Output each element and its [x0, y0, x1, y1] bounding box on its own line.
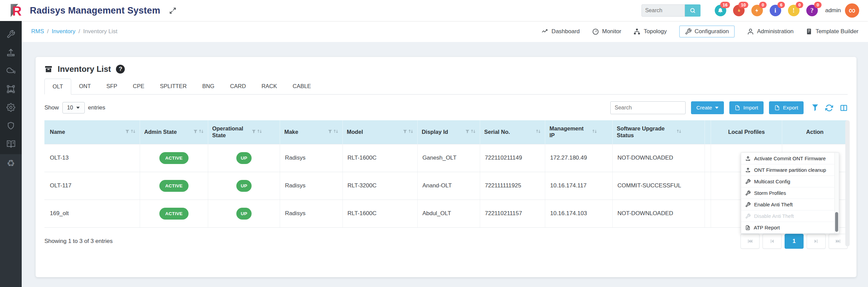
sidebar-item-security[interactable]: [0, 117, 22, 135]
user-avatar[interactable]: ∞: [845, 3, 859, 18]
breadcrumb-rms[interactable]: RMS: [31, 28, 44, 35]
app-header: R Radisys Management System 16: [0, 0, 868, 21]
sort-icon[interactable]: [131, 129, 136, 135]
col-header-action[interactable]: Action: [782, 120, 848, 144]
top-nav: Dashboard Monitor Topology C: [541, 25, 859, 38]
table-search-input[interactable]: [610, 101, 686, 114]
tab-olt[interactable]: OLT: [44, 79, 71, 95]
notification-bell[interactable]: 16: [715, 5, 726, 16]
tab-ont[interactable]: ONT: [71, 79, 99, 94]
filter-icon[interactable]: [252, 129, 256, 135]
menu-item-disable-anti-theft: Disable Anti Theft: [741, 210, 839, 222]
radisys-logo[interactable]: R: [9, 3, 24, 18]
tab-cable[interactable]: CABLE: [285, 79, 319, 94]
header-search-button[interactable]: [685, 4, 701, 17]
notification-question[interactable]: ? 0: [806, 5, 818, 16]
nav-dashboard[interactable]: Dashboard: [541, 28, 580, 35]
filter-icon[interactable]: [125, 129, 130, 135]
action-dropdown-menu: Activate Commit ONT Firmware ONT Firmwar…: [741, 152, 839, 234]
table-vertical-scrollbar[interactable]: [845, 120, 850, 246]
header-search-input[interactable]: [642, 4, 685, 17]
dropdown-scrollbar-track[interactable]: [834, 153, 839, 233]
filter-icon[interactable]: [328, 129, 332, 135]
export-button[interactable]: Export: [769, 101, 804, 114]
tab-sfp[interactable]: SFP: [99, 79, 125, 94]
dropdown-scrollbar-thumb[interactable]: [835, 212, 838, 232]
col-header-display-id[interactable]: Display Id: [417, 120, 480, 144]
col-header-serial-no[interactable]: Serial No.: [480, 120, 545, 144]
columns-icon[interactable]: [840, 104, 848, 112]
tab-cpe[interactable]: CPE: [125, 79, 152, 94]
inventory-table: Name Admin State: [44, 120, 848, 228]
help-icon[interactable]: ?: [116, 65, 125, 74]
sort-icon[interactable]: [536, 129, 541, 135]
col-header-model[interactable]: Model: [342, 120, 417, 144]
sidebar-item-cloud[interactable]: [0, 62, 22, 80]
previous-page-button[interactable]: [763, 234, 782, 249]
menu-item-storm-profiles[interactable]: Storm Profiles: [741, 187, 839, 199]
nav-template-builder[interactable]: Template Builder: [806, 28, 859, 35]
tab-rack[interactable]: RACK: [254, 79, 285, 94]
page-size-select[interactable]: 10: [62, 102, 85, 114]
nav-monitor[interactable]: Monitor: [592, 28, 622, 35]
sort-icon[interactable]: [408, 129, 413, 135]
page-number-button[interactable]: 1: [785, 234, 804, 249]
menu-item-ont-firmware-partition-cleanup[interactable]: ONT Firmware partition cleanup: [741, 164, 839, 176]
breadcrumb-inventory[interactable]: Inventory: [52, 28, 76, 35]
sidebar-item-upload[interactable]: [0, 43, 22, 62]
tab-card[interactable]: CARD: [222, 79, 254, 94]
sidebar-item-recycle[interactable]: ♻: [0, 154, 22, 172]
sort-icon[interactable]: [592, 129, 597, 135]
cell-display-id: Abdul_OLT: [417, 200, 480, 227]
menu-item-multicast-config[interactable]: Multicast Config: [741, 176, 839, 187]
sort-icon[interactable]: [333, 129, 338, 135]
cell-spacer: [705, 200, 711, 227]
create-button[interactable]: Create: [691, 101, 724, 114]
notification-warning[interactable]: ! 0: [788, 5, 800, 16]
col-header-name[interactable]: Name: [44, 120, 140, 144]
col-header-local-profiles[interactable]: Local Profiles: [711, 120, 782, 144]
nav-configuration[interactable]: Configuration: [679, 25, 735, 38]
import-button[interactable]: Import: [729, 101, 764, 114]
menu-item-enable-anti-theft[interactable]: Enable Anti Theft: [741, 199, 839, 210]
sort-icon[interactable]: [471, 129, 476, 135]
filter-icon[interactable]: [193, 129, 198, 135]
sidebar-item-logs[interactable]: [0, 135, 22, 153]
sort-icon[interactable]: [676, 129, 682, 135]
refresh-icon[interactable]: [825, 104, 833, 112]
menu-item-activate-commit-ont-firmware[interactable]: Activate Commit ONT Firmware: [741, 153, 839, 164]
nav-topology[interactable]: Topology: [633, 28, 667, 35]
left-sidebar: ♻: [0, 21, 22, 287]
expand-icon[interactable]: [169, 7, 176, 14]
nav-administration[interactable]: Administration: [747, 28, 794, 35]
notification-events[interactable]: 0: [751, 5, 763, 16]
cell-make: Radisys: [280, 200, 342, 227]
col-header-admin-state[interactable]: Admin State: [140, 120, 208, 144]
infinity-icon: ∞: [849, 5, 855, 16]
tab-bng[interactable]: BNG: [195, 79, 222, 94]
sidebar-item-topology[interactable]: [0, 80, 22, 98]
col-header-software-upgrade-status[interactable]: Software Upgrade Status: [613, 120, 705, 144]
gauge-icon: [592, 28, 599, 35]
filter-icon[interactable]: [403, 129, 407, 135]
cell-serial-no: 722110211157: [480, 200, 545, 227]
filter-funnel-icon[interactable]: [812, 104, 818, 111]
notification-critical[interactable]: 10: [733, 5, 745, 16]
col-header-operational-state[interactable]: Operational State: [208, 120, 280, 144]
sort-icon[interactable]: [257, 129, 262, 135]
first-page-button[interactable]: [741, 234, 760, 249]
tab-splitter[interactable]: SPLITTER: [152, 79, 195, 94]
filter-icon[interactable]: [465, 129, 470, 135]
notification-info[interactable]: i 6: [770, 5, 781, 16]
chevron-down-icon: [715, 107, 718, 109]
entries-label: entries: [88, 104, 105, 111]
col-header-management-ip[interactable]: Management IP: [545, 120, 613, 144]
cell-display-id: Anand-OLT: [417, 172, 480, 200]
last-page-button[interactable]: [829, 234, 848, 249]
next-page-button[interactable]: [807, 234, 826, 249]
menu-item-atp-report[interactable]: ATP Report: [741, 222, 839, 233]
col-header-make[interactable]: Make: [280, 120, 342, 144]
sidebar-item-settings[interactable]: [0, 98, 22, 117]
sort-icon[interactable]: [199, 129, 204, 135]
sidebar-item-wrench[interactable]: [0, 25, 22, 43]
